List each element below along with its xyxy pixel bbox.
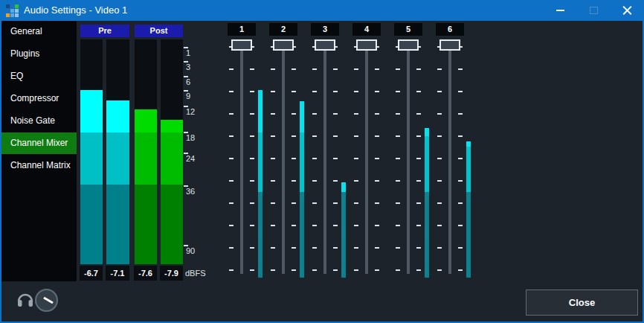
close-window-button[interactable] bbox=[611, 0, 644, 21]
channel-1-tick bbox=[229, 269, 234, 271]
channel-5-tick bbox=[416, 225, 421, 226]
sidebar-item-channel-mixer[interactable]: Channel Mixer bbox=[1, 132, 77, 154]
app-logo-square bbox=[6, 13, 10, 17]
sidebar-item-noise-gate[interactable]: Noise Gate bbox=[1, 110, 77, 132]
channel-5-tick bbox=[396, 180, 400, 182]
app-logo-square bbox=[6, 4, 10, 8]
scale-tick-number: 1 bbox=[186, 49, 190, 57]
channel-6-tick bbox=[437, 68, 442, 70]
scale-label-1: 1 bbox=[184, 47, 190, 57]
channel-3-tick bbox=[333, 202, 338, 204]
channel-5-tick bbox=[416, 269, 421, 271]
channel-5-meter-segment bbox=[425, 136, 429, 192]
channel-5-tick bbox=[416, 158, 421, 159]
pre-left-value: -6.7 bbox=[80, 266, 103, 281]
channel-2-tick bbox=[292, 180, 296, 182]
channel-6-tick bbox=[437, 180, 442, 182]
channel-4-tick bbox=[375, 113, 379, 115]
app-logo-square bbox=[10, 4, 14, 8]
channel-3-tick bbox=[333, 225, 338, 226]
channel-6-tick bbox=[437, 247, 442, 249]
channel-2-tick bbox=[292, 91, 296, 92]
sidebar-item-eq[interactable]: EQ bbox=[1, 65, 77, 87]
maximize-button bbox=[577, 0, 611, 21]
channel-4-tick bbox=[354, 135, 358, 137]
channel-3-meter-segment bbox=[341, 192, 346, 278]
app-logo-square bbox=[15, 4, 19, 8]
post-left-meter-segment bbox=[135, 185, 157, 264]
channel-3-tick bbox=[333, 68, 338, 70]
channel-6-tick bbox=[437, 113, 442, 115]
channel-3-meter-segment bbox=[341, 182, 346, 192]
channel-4-tick bbox=[354, 158, 358, 159]
titlebar[interactable]: Audio Settings - Video 1 bbox=[0, 0, 644, 21]
monitor-volume-knob[interactable] bbox=[35, 289, 58, 312]
channel-5-tick bbox=[396, 113, 400, 115]
scale-tick-number: 3 bbox=[186, 63, 190, 71]
window-title: Audio Settings - Video 1 bbox=[24, 0, 127, 21]
channel-1-tick bbox=[229, 91, 234, 92]
channel-3-slider-track[interactable] bbox=[323, 42, 326, 274]
channel-1-tick bbox=[229, 68, 234, 70]
channel-4-tick bbox=[375, 225, 379, 226]
channel-5-tick bbox=[396, 135, 400, 137]
channel-2-slider-handle[interactable] bbox=[273, 39, 294, 51]
channel-1-slider-track[interactable] bbox=[240, 42, 243, 274]
channel-2-tick bbox=[271, 68, 275, 70]
channel-5-tick bbox=[396, 158, 400, 159]
maximize-icon bbox=[590, 7, 598, 14]
channel-5-slider-track[interactable] bbox=[407, 42, 410, 274]
pre-right-meter-segment bbox=[106, 185, 129, 264]
sidebar-item-plugins[interactable]: Plugins bbox=[1, 43, 77, 65]
post-meter-header: Post bbox=[135, 25, 183, 37]
channel-5-slider-handle[interactable] bbox=[398, 39, 419, 51]
sidebar-item-compressor[interactable]: Compressor bbox=[1, 88, 77, 109]
channel-4-tick bbox=[354, 247, 358, 249]
sidebar-item-general[interactable]: General bbox=[1, 21, 77, 42]
channel-6-slider-handle[interactable] bbox=[439, 39, 460, 51]
channel-5-meter-segment bbox=[425, 192, 429, 278]
channel-3-tick bbox=[333, 158, 338, 159]
channel-1-tick bbox=[229, 113, 234, 115]
channel-2-slider-track[interactable] bbox=[282, 42, 285, 274]
sidebar-item-channel-matrix[interactable]: Channel Matrix bbox=[1, 155, 77, 176]
headphones-icon[interactable] bbox=[16, 291, 35, 309]
channel-5-tick bbox=[416, 180, 421, 182]
channel-5-tick bbox=[416, 113, 421, 115]
scale-label-90: 90 bbox=[184, 245, 195, 255]
channel-3-tick bbox=[333, 113, 338, 115]
channel-6-slider-track[interactable] bbox=[448, 42, 451, 274]
channel-1-tick bbox=[229, 225, 234, 226]
channel-4-slider-track[interactable] bbox=[365, 42, 368, 274]
channel-4-tick bbox=[375, 269, 379, 271]
scale-tick-number: 18 bbox=[186, 134, 195, 142]
channel-5-tick bbox=[396, 247, 400, 249]
channel-3-tick bbox=[312, 135, 317, 137]
channel-2-tick bbox=[271, 135, 275, 137]
post-right-meter-segment bbox=[161, 120, 183, 132]
channel-1-tick bbox=[250, 225, 254, 226]
channel-3-slider-handle[interactable] bbox=[315, 39, 335, 51]
channel-6-tick bbox=[437, 225, 442, 226]
channel-6-meter-segment bbox=[466, 147, 471, 192]
channel-1-tick bbox=[250, 158, 254, 159]
channel-1-tick bbox=[250, 113, 254, 115]
channel-5-meter-segment bbox=[425, 128, 429, 136]
channel-1-tick bbox=[250, 135, 254, 137]
channel-4-tick bbox=[375, 202, 379, 204]
close-button[interactable]: Close bbox=[526, 290, 638, 316]
channel-1-tick bbox=[250, 68, 254, 70]
channel-6-tick bbox=[458, 68, 463, 70]
channel-4-slider-handle[interactable] bbox=[356, 39, 377, 51]
channel-4-tick bbox=[354, 202, 358, 204]
channel-1-tick bbox=[229, 158, 234, 159]
channel-2-tick bbox=[292, 225, 296, 226]
channel-6-tick bbox=[458, 269, 463, 271]
channel-4-tick bbox=[375, 91, 379, 92]
scale-label-24: 24 bbox=[184, 153, 195, 163]
channel-2-tick bbox=[271, 247, 275, 249]
minimize-button[interactable] bbox=[544, 0, 577, 21]
channel-3-label: 3 bbox=[311, 23, 339, 36]
channel-1-slider-handle[interactable] bbox=[231, 39, 252, 51]
channel-1-tick bbox=[229, 202, 234, 204]
